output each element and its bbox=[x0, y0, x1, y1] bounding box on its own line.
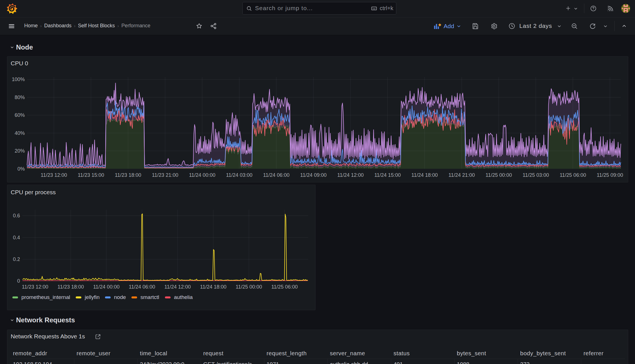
svg-text:0.2: 0.2 bbox=[13, 256, 20, 262]
svg-text:11/25 00:00: 11/25 00:00 bbox=[486, 172, 512, 178]
svg-text:20%: 20% bbox=[15, 148, 25, 154]
svg-text:11/24 09:00: 11/24 09:00 bbox=[300, 172, 327, 178]
svg-text:40%: 40% bbox=[15, 130, 25, 136]
svg-text:11/24 12:00: 11/24 12:00 bbox=[164, 284, 191, 290]
svg-text:100%: 100% bbox=[12, 77, 25, 82]
svg-text:11/25 09:00: 11/25 09:00 bbox=[597, 172, 623, 178]
svg-text:11/25 06:00: 11/25 06:00 bbox=[560, 172, 586, 178]
svg-text:80%: 80% bbox=[15, 95, 25, 100]
svg-text:11/23 12:00: 11/23 12:00 bbox=[22, 284, 48, 290]
svg-text:11/24 06:00: 11/24 06:00 bbox=[129, 284, 155, 290]
svg-text:11/24 18:00: 11/24 18:00 bbox=[412, 172, 438, 178]
svg-text:11/25 00:00: 11/25 00:00 bbox=[236, 284, 262, 290]
svg-text:11/24 12:00: 11/24 12:00 bbox=[337, 172, 364, 178]
svg-text:0%: 0% bbox=[17, 166, 25, 172]
svg-text:11/24 18:00: 11/24 18:00 bbox=[200, 284, 227, 290]
svg-text:11/24 03:00: 11/24 03:00 bbox=[226, 172, 252, 178]
svg-text:11/24 00:00: 11/24 00:00 bbox=[93, 284, 120, 290]
svg-text:11/23 15:00: 11/23 15:00 bbox=[78, 172, 104, 178]
svg-text:60%: 60% bbox=[15, 112, 25, 118]
svg-text:0.4: 0.4 bbox=[13, 235, 20, 240]
svg-text:11/23 12:00: 11/23 12:00 bbox=[41, 172, 67, 178]
svg-text:11/23 18:00: 11/23 18:00 bbox=[57, 284, 84, 290]
svg-text:11/24 06:00: 11/24 06:00 bbox=[263, 172, 290, 178]
svg-text:0.6: 0.6 bbox=[13, 213, 20, 218]
svg-text:11/23 18:00: 11/23 18:00 bbox=[115, 172, 141, 178]
svg-text:11/24 21:00: 11/24 21:00 bbox=[448, 172, 475, 178]
svg-text:11/25 06:00: 11/25 06:00 bbox=[271, 284, 298, 290]
svg-text:11/25 03:00: 11/25 03:00 bbox=[523, 172, 549, 178]
svg-text:11/24 00:00: 11/24 00:00 bbox=[189, 172, 215, 178]
svg-text:0: 0 bbox=[17, 278, 20, 284]
svg-text:11/24 15:00: 11/24 15:00 bbox=[374, 172, 401, 178]
svg-text:11/23 21:00: 11/23 21:00 bbox=[152, 172, 178, 178]
